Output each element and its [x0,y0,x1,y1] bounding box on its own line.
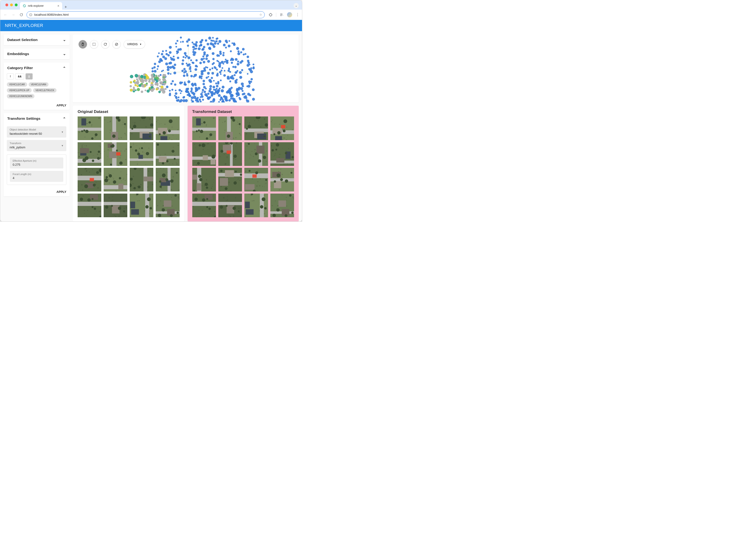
dataset-thumbnail[interactable] [218,142,242,166]
site-info-icon[interactable] [29,13,32,16]
category-chip[interactable]: VEHICLE/VAN [29,82,49,87]
dataset-thumbnail[interactable] [270,116,294,140]
svg-point-143 [151,70,154,72]
svg-point-169 [237,63,239,66]
box-select-button[interactable] [90,40,98,49]
category-filter-apply-button[interactable]: APPLY [3,101,70,110]
reload-button[interactable] [18,12,24,17]
close-window-button[interactable] [5,3,8,6]
reset-view-button[interactable] [101,40,109,49]
back-button[interactable]: ← [3,12,8,17]
dataset-thumbnail[interactable] [78,142,101,166]
colormap-select[interactable]: VIRIDIS ▼ [123,40,145,49]
dataset-thumbnail[interactable] [270,142,294,166]
operator-or-button[interactable]: || [26,73,33,79]
svg-point-972 [118,215,119,217]
svg-point-1389 [211,211,211,212]
operator-and-button[interactable]: && [15,73,24,79]
svg-point-249 [190,75,193,77]
bookmark-icon[interactable]: ☆ [259,13,262,16]
dataset-thumbnail[interactable] [156,193,180,217]
svg-point-1078 [224,121,225,122]
focal-length-field[interactable]: Focal Length (m) 4 [10,171,63,182]
dataset-thumbnail[interactable] [218,168,242,191]
dataset-thumbnail[interactable] [192,116,216,140]
aperture-field[interactable]: Effective Aperture (m) 0.275 [10,158,63,168]
svg-point-1165 [208,143,209,144]
dataset-thumbnail[interactable] [130,116,153,140]
dataset-thumbnail[interactable] [192,193,216,217]
svg-point-453 [161,88,165,91]
dataset-thumbnail[interactable] [156,142,180,166]
extensions-icon[interactable] [268,13,273,17]
svg-point-144 [209,69,211,71]
svg-point-1194 [226,156,228,158]
svg-point-575 [227,91,230,93]
dataset-thumbnail[interactable] [104,116,127,140]
dataset-thumbnail[interactable] [78,193,101,217]
svg-point-1282 [209,176,210,176]
dataset-thumbnail[interactable] [130,168,153,191]
dataset-thumbnail[interactable] [270,193,294,217]
dataset-thumbnail[interactable] [104,142,127,166]
svg-point-1232 [254,151,255,152]
dataset-thumbnail[interactable] [192,142,216,166]
dataset-thumbnail[interactable] [244,193,268,217]
svg-point-1234 [251,151,252,152]
browser-tab[interactable]: nrtk-explorer × [20,2,62,10]
category-chip[interactable]: VEHICLE/PICK-UP [7,88,32,93]
operator-not-button[interactable]: ! [7,73,14,79]
svg-point-479 [158,91,161,93]
svg-point-1218 [257,158,257,159]
mouse-mode-button[interactable] [79,40,87,49]
svg-point-1305 [238,179,239,180]
close-tab-icon[interactable]: × [57,4,59,8]
transform-apply-button[interactable]: APPLY [3,188,70,197]
category-chip[interactable]: VEHICLE/TRUCK [33,88,56,93]
svg-point-268 [165,53,168,55]
browser-menu-icon[interactable]: ⋮ [296,13,300,17]
profile-avatar[interactable] [287,12,292,17]
category-filter-header[interactable]: Category Filter ⌄ [3,63,70,73]
svg-point-1460 [252,200,253,201]
dataset-thumbnail[interactable] [270,168,294,191]
clear-selection-button[interactable] [112,40,121,49]
svg-point-926 [162,173,166,177]
dataset-thumbnail[interactable] [104,193,127,217]
svg-point-1327 [220,170,222,172]
svg-point-1473 [282,195,283,196]
dataset-thumbnail[interactable] [244,116,268,140]
dataset-thumbnail[interactable] [104,168,127,191]
transform-settings-header[interactable]: Transform Settings ⌄ [3,113,70,124]
embeddings-header[interactable]: Embeddings ⌄ [3,49,70,59]
dataset-thumbnail[interactable] [156,168,180,191]
svg-point-1134 [292,129,293,130]
svg-point-940 [86,215,87,215]
new-tab-button[interactable]: + [62,5,69,10]
category-chip[interactable]: VEHICLE/UNKNOWN [7,94,35,99]
dataset-thumbnail[interactable] [218,193,242,217]
svg-point-1238 [248,143,250,145]
dataset-thumbnail[interactable] [130,142,153,166]
model-select[interactable]: Object detection Model facebook/detr-res… [7,126,66,137]
dataset-thumbnail[interactable] [78,168,101,191]
forward-button[interactable]: → [10,12,16,17]
dataset-thumbnail[interactable] [244,168,268,191]
dataset-thumbnail[interactable] [244,142,268,166]
dataset-thumbnail[interactable] [78,116,101,140]
dataset-thumbnail[interactable] [156,116,180,140]
dataset-thumbnail[interactable] [192,168,216,191]
dataset-selection-header[interactable]: Dataset Selection ⌄ [3,35,70,45]
svg-point-673 [158,122,158,123]
dataset-thumbnail[interactable] [130,193,153,217]
category-chip[interactable]: VEHICLE/CAR [7,82,27,87]
svg-rect-607 [81,118,86,125]
maximize-window-button[interactable] [15,3,17,6]
url-input[interactable]: localhost:8080/index.html ☆ [27,11,265,18]
tab-overflow-button[interactable]: ⌄ [294,3,299,8]
transform-select[interactable]: Transform nrtk_pybsm ▼ [7,140,66,151]
minimize-window-button[interactable] [10,3,13,6]
media-control-icon[interactable] [280,13,284,17]
dataset-thumbnail[interactable] [218,116,242,140]
svg-point-624 [125,125,126,126]
